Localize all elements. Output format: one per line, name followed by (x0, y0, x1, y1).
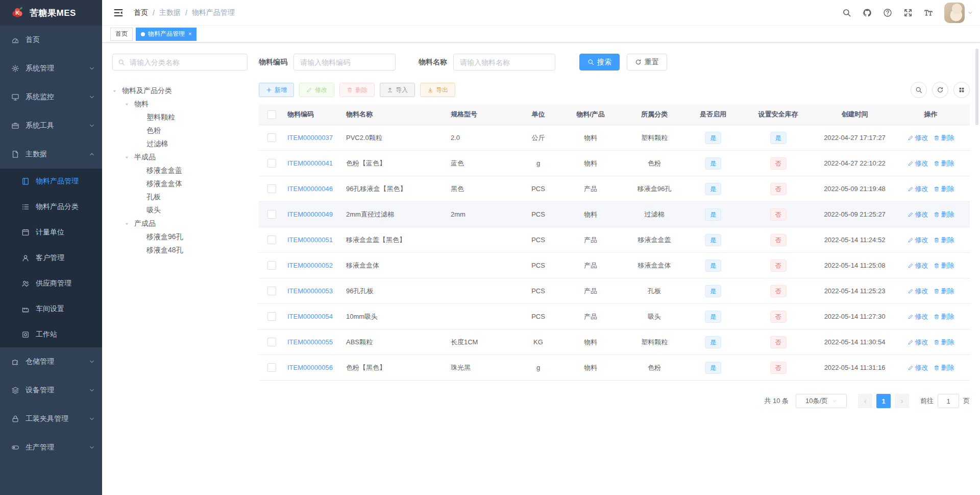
tree-node[interactable]: 过滤棉 (112, 137, 248, 151)
row-checkbox[interactable] (267, 133, 276, 142)
row-edit-button[interactable]: 修改 (908, 287, 928, 296)
reset-button[interactable]: 重置 (627, 54, 667, 70)
app-logo[interactable]: K 苦糖果MES (0, 0, 102, 26)
row-edit-button[interactable]: 修改 (908, 159, 928, 168)
page-1-button[interactable]: 1 (876, 394, 891, 408)
tree-node[interactable]: 移液盒48孔 (112, 244, 248, 257)
row-delete-button[interactable]: 删除 (934, 210, 954, 219)
row-checkbox[interactable] (267, 184, 276, 193)
sidebar-item-workstation[interactable]: 工作站 (0, 322, 102, 347)
sidebar-item-material-product-category[interactable]: 物料产品分类 (0, 194, 102, 220)
tree-node[interactable]: 半成品 (112, 151, 248, 164)
row-edit-button[interactable]: 修改 (908, 184, 928, 194)
columns-button[interactable] (953, 82, 970, 98)
sidebar-item-master-data[interactable]: 主数据 (0, 140, 102, 169)
row-checkbox[interactable] (267, 235, 276, 244)
tree-node[interactable]: 移液盒盒体 (112, 177, 248, 191)
table-row[interactable]: ITEM0000004696孔移液盒【黑色】黑色PCS产品移液盒96孔是否202… (259, 176, 970, 202)
row-checkbox[interactable] (267, 159, 276, 168)
row-delete-button[interactable]: 删除 (934, 235, 954, 245)
next-page-button[interactable]: › (895, 394, 909, 408)
tree-node[interactable]: 物料 (112, 98, 248, 111)
scrollbar-thumb[interactable] (975, 49, 978, 125)
menu-fold-icon[interactable] (110, 5, 127, 21)
tree-node[interactable]: 移液盒96孔 (112, 230, 248, 244)
row-delete-button[interactable]: 删除 (934, 312, 954, 321)
row-edit-button[interactable]: 修改 (908, 363, 928, 372)
caret-icon[interactable] (112, 87, 122, 95)
sidebar-item-home[interactable]: 首页 (0, 26, 102, 54)
goto-page-input[interactable] (938, 394, 959, 408)
table-row[interactable]: ITEM0000005410mm吸头PCS产品吸头是否2022-05-14 11… (259, 304, 970, 329)
sidebar-item-system-monitor[interactable]: 系统监控 (0, 83, 102, 111)
user-menu[interactable] (944, 3, 973, 23)
row-edit-button[interactable]: 修改 (908, 312, 928, 321)
sidebar-item-material-product-mgmt[interactable]: 物料产品管理 (0, 169, 102, 194)
question-button[interactable] (879, 4, 896, 21)
sidebar-item-equipment-mgmt[interactable]: 设备管理 (0, 376, 102, 405)
category-search-input[interactable] (129, 58, 242, 67)
sidebar-item-measure-unit[interactable]: 计量单位 (0, 220, 102, 245)
row-edit-button[interactable]: 修改 (908, 338, 928, 347)
github-button[interactable] (859, 4, 876, 21)
select-all-checkbox[interactable] (267, 110, 276, 119)
row-delete-button[interactable]: 删除 (934, 261, 954, 270)
material-code-input[interactable] (293, 54, 396, 70)
material-code-link[interactable]: ITEM00000037 (287, 134, 333, 142)
row-delete-button[interactable]: 删除 (934, 159, 954, 168)
table-row[interactable]: ITEM00000052移液盒盒体PCS产品移液盒盒体是否2022-05-14 … (259, 253, 970, 278)
add-button[interactable]: 新增 (259, 83, 294, 97)
tree-node[interactable]: 色粉 (112, 124, 248, 137)
row-edit-button[interactable]: 修改 (908, 210, 928, 219)
fullscreen-button[interactable] (899, 4, 917, 21)
sidebar-item-workshop-settings[interactable]: 车间设置 (0, 296, 102, 322)
sidebar-item-system-tools[interactable]: 系统工具 (0, 111, 102, 140)
tab-material-product-mgmt[interactable]: 物料产品管理× (136, 28, 197, 41)
material-code-link[interactable]: ITEM00000041 (287, 159, 333, 167)
sidebar-item-warehouse-mgmt[interactable]: 仓储管理 (0, 347, 102, 376)
material-code-link[interactable]: ITEM00000053 (287, 287, 333, 295)
font-size-button[interactable] (920, 4, 937, 21)
table-row[interactable]: ITEM00000056色粉【黑色】珠光黑g物料色粉是否2022-05-14 1… (259, 355, 970, 381)
tree-node[interactable]: 物料及产品分类 (112, 84, 248, 98)
table-row[interactable]: ITEM00000051移液盒盒盖【黑色】PCS产品移液盒盒盖是否2022-05… (259, 227, 970, 253)
refresh-button[interactable] (932, 82, 948, 98)
table-row[interactable]: ITEM00000037PVC2.0颗粒2.0公斤物料塑料颗粒是是2022-04… (259, 125, 970, 151)
tab-home[interactable]: 首页 (110, 28, 133, 41)
hide-search-button[interactable] (911, 82, 927, 98)
material-name-input[interactable] (453, 54, 555, 70)
material-code-link[interactable]: ITEM00000052 (287, 262, 333, 269)
sidebar-item-customer-mgmt[interactable]: 客户管理 (0, 245, 102, 271)
row-checkbox[interactable] (267, 363, 276, 372)
material-code-link[interactable]: ITEM00000056 (287, 364, 333, 371)
row-checkbox[interactable] (267, 312, 276, 321)
export-button[interactable]: 导出 (420, 83, 455, 97)
table-row[interactable]: ITEM0000005396孔孔板PCS产品孔板是否2022-05-14 11:… (259, 278, 970, 304)
row-edit-button[interactable]: 修改 (908, 235, 928, 245)
tree-node[interactable]: 产成品 (112, 217, 248, 230)
material-code-link[interactable]: ITEM00000055 (287, 338, 333, 346)
table-row[interactable]: ITEM000000492mm直径过滤棉2mmPCS物料过滤棉是否2022-05… (259, 202, 970, 227)
row-edit-button[interactable]: 修改 (908, 261, 928, 270)
search-button[interactable] (838, 4, 855, 21)
tree-node[interactable]: 孔板 (112, 191, 248, 204)
sidebar-item-production-mgmt[interactable]: 生产管理 (0, 433, 102, 462)
table-row[interactable]: ITEM00000055ABS颗粒长度1CMKG物料塑料颗粒是否2022-05-… (259, 329, 970, 355)
import-button[interactable]: 导入 (380, 83, 415, 97)
caret-icon[interactable] (125, 154, 134, 161)
close-icon[interactable]: × (188, 31, 191, 37)
row-checkbox[interactable] (267, 261, 276, 270)
row-edit-button[interactable]: 修改 (908, 133, 928, 143)
row-delete-button[interactable]: 删除 (934, 287, 954, 296)
row-checkbox[interactable] (267, 210, 276, 219)
material-code-link[interactable]: ITEM00000049 (287, 210, 333, 218)
row-delete-button[interactable]: 删除 (934, 133, 954, 143)
row-delete-button[interactable]: 删除 (934, 338, 954, 347)
caret-icon[interactable] (125, 101, 134, 108)
avatar[interactable] (944, 3, 965, 23)
search-button[interactable]: 搜索 (579, 54, 620, 70)
material-code-link[interactable]: ITEM00000051 (287, 236, 333, 244)
material-code-link[interactable]: ITEM00000054 (287, 313, 333, 320)
material-code-link[interactable]: ITEM00000046 (287, 185, 333, 193)
sidebar-item-system-mgmt[interactable]: 系统管理 (0, 54, 102, 83)
